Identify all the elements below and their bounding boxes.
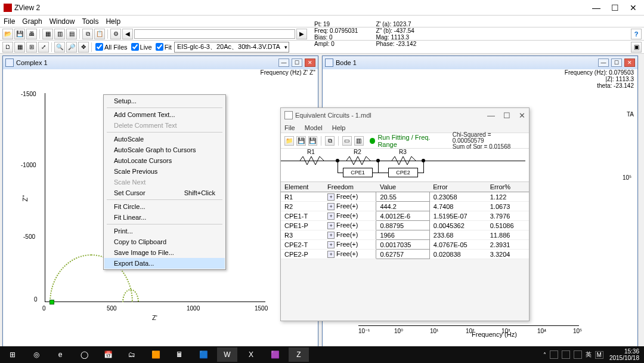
task-edge-icon[interactable]: ◯ — [74, 347, 94, 362]
tray-clock[interactable]: 15:36 2015/10/18 — [607, 348, 642, 361]
tray-chevron-icon[interactable]: ˄ — [543, 352, 546, 358]
tb-print-icon[interactable]: 🖶 — [26, 29, 37, 39]
expand-icon[interactable]: + — [327, 241, 335, 248]
eqcirc-close-button[interactable]: ✕ — [519, 111, 525, 120]
task-ie-icon[interactable]: e — [50, 347, 70, 362]
table-row[interactable]: R3+Free(+)1966233.6811.886 — [281, 230, 529, 240]
eqcirc-max-button[interactable]: ☐ — [503, 111, 510, 120]
bode-max-button[interactable]: ☐ — [611, 59, 622, 67]
task-app2-icon[interactable]: 🟦 — [193, 347, 213, 362]
ctx-add-comment-text[interactable]: Add Comment Text... — [104, 109, 225, 120]
ctx-set-cursor[interactable]: Set CursorShift+Click — [104, 187, 225, 198]
ctx-delete-comment-text[interactable]: Delete Comment Text — [104, 120, 225, 131]
results-table[interactable]: Element Freedom Value Error Error% R1+Fr… — [281, 182, 529, 259]
eqcirc-menu-help[interactable]: Help — [332, 124, 346, 131]
tb-eqcircuit-icon[interactable]: ▣ — [631, 42, 642, 53]
complex-close-button[interactable]: ✕ — [305, 59, 315, 67]
eqcirc-menu-model[interactable]: Model — [305, 124, 323, 131]
minimize-button[interactable]: — — [592, 3, 600, 13]
task-explorer-icon[interactable]: 🗂 — [122, 347, 142, 362]
tb-copy-icon[interactable]: ⧉ — [82, 29, 93, 39]
ctx-export-data[interactable]: Export Data... — [104, 258, 225, 269]
start-marker[interactable] — [49, 300, 54, 304]
tb-grid1-icon[interactable]: ▦ — [42, 29, 53, 39]
tb-save-icon[interactable]: 💾 — [14, 29, 25, 39]
eqcirc-copy-icon[interactable]: ⧉ — [325, 136, 335, 146]
tray-icon-2[interactable] — [562, 350, 570, 359]
task-excel-icon[interactable]: X — [241, 347, 261, 362]
ctx-print[interactable]: Print... — [104, 226, 225, 236]
help-icon[interactable]: ? — [631, 29, 642, 39]
tb-table-icon[interactable]: ▦ — [14, 42, 25, 53]
table-row[interactable]: R2+Free(+)444.24.74081.0673 — [281, 202, 529, 211]
menu-window[interactable]: Window — [49, 17, 75, 26]
eqcirc-inspect-icon[interactable]: ▥ — [354, 136, 364, 146]
tb-next-icon[interactable]: ▶ — [296, 29, 307, 39]
table-row[interactable]: CPE2-T+Free(+)0.00170354.0767E-052.3931 — [281, 240, 529, 250]
tb-prev-icon[interactable]: ◀ — [122, 29, 133, 39]
complex-plot[interactable]: Frequency (Hz) Z' Z'' Z'' Z' -1500 -1000… — [3, 69, 318, 347]
circuit-diagram[interactable]: R1 R2 R3 CPE1 CPE2 — [281, 149, 529, 182]
tb-open-icon[interactable]: 📂 — [2, 29, 13, 39]
ctx-scale-next[interactable]: Scale Next — [104, 177, 225, 187]
checkbox-fit[interactable]: Fit — [156, 43, 172, 51]
maximize-button[interactable]: ☐ — [611, 3, 619, 13]
ctx-autoscale-graph-to-cursors[interactable]: AutoScale Graph to Cursors — [104, 144, 225, 155]
table-row[interactable]: CPE1-T+Free(+)4.0012E-61.5195E-073.7976 — [281, 211, 529, 221]
start-button[interactable]: ⊞ — [2, 347, 23, 362]
complex-titlebar[interactable]: Complex 1 — ☐ ✕ — [3, 56, 318, 69]
ctx-fit-linear[interactable]: Fit Linear... — [104, 212, 225, 223]
table-row[interactable]: CPE2-P+Free(+)0.627570.0208383.3204 — [281, 250, 529, 259]
menu-help[interactable]: Help — [106, 17, 120, 26]
complex-min-button[interactable]: — — [278, 59, 289, 67]
bode-titlebar[interactable]: Bode 1 — ☐ ✕ — [323, 56, 637, 69]
menu-graph[interactable]: Graph — [22, 17, 42, 26]
eqcirc-saveas-icon[interactable] — [308, 136, 318, 146]
checkbox-live[interactable]: Live — [131, 43, 152, 51]
bode-min-button[interactable]: — — [598, 59, 609, 67]
eqcirc-editor-icon[interactable]: ▭ — [342, 136, 352, 146]
expand-icon[interactable]: + — [327, 193, 335, 201]
task-search-icon[interactable]: ◎ — [26, 347, 47, 362]
task-word-icon[interactable]: W — [217, 347, 237, 362]
expand-icon[interactable]: + — [327, 222, 335, 229]
ctx-save-image-to-file[interactable]: Save Image to File... — [104, 247, 225, 258]
tb-autoscale-icon[interactable]: ⤢ — [38, 42, 49, 53]
close-button[interactable]: ✕ — [630, 3, 637, 13]
complex-max-button[interactable]: ☐ — [292, 59, 302, 67]
bode-close-button[interactable]: ✕ — [624, 59, 635, 67]
eqcirc-open-icon[interactable] — [284, 136, 294, 146]
tb-pan-icon[interactable]: ✥ — [78, 42, 89, 53]
checkbox-all-files[interactable]: All Files — [95, 43, 128, 51]
file-dropdown[interactable]: EIS-glc-6-3、20Ac、30th-4.3V.DTA — [174, 42, 289, 53]
menu-tools[interactable]: Tools — [82, 17, 98, 26]
ctx-copy-to-clipboard[interactable]: Copy to Clipboard — [104, 236, 225, 247]
tb-new-icon[interactable]: 🗋 — [2, 42, 13, 53]
expand-icon[interactable]: + — [327, 213, 335, 220]
task-calendar-icon[interactable]: 📅 — [98, 347, 118, 362]
run-fitting-button[interactable]: Run Fitting / Freq. Range — [370, 134, 450, 148]
tray-ime[interactable]: 英 — [586, 350, 592, 359]
menu-file[interactable]: File — [4, 17, 15, 26]
eqcirc-min-button[interactable]: — — [487, 111, 495, 120]
tray-icon-3[interactable] — [574, 350, 582, 359]
eqcirc-menu-file[interactable]: File — [284, 124, 295, 131]
tb-zoomout-icon[interactable]: 🔎 — [66, 42, 77, 53]
tb-axes-icon[interactable]: ⊞ — [26, 42, 37, 53]
eqcirc-titlebar[interactable]: Equivalent Circuits - 1.mdl — ☐ ✕ — [281, 108, 529, 122]
eqcirc-save-icon[interactable] — [296, 136, 306, 146]
table-row[interactable]: CPE1-P+Free(+)0.887950.00453620.51086 — [281, 221, 529, 230]
tb-grid2-icon[interactable]: ▥ — [54, 29, 65, 39]
ctx-fit-circle[interactable]: Fit Circle... — [104, 201, 225, 212]
task-app1-icon[interactable]: 🟧 — [145, 347, 166, 362]
ctx-autoscale[interactable]: AutoScale — [104, 134, 225, 144]
tb-paste-icon[interactable]: 📋 — [94, 29, 105, 39]
tray-ime-m[interactable]: M — [595, 351, 603, 359]
tb-zoomin-icon[interactable]: 🔍 — [54, 42, 65, 53]
tray-icon-1[interactable] — [550, 350, 558, 359]
expand-icon[interactable]: + — [327, 203, 335, 210]
task-calc-icon[interactable]: 🖩 — [169, 347, 190, 362]
ctx-scale-previous[interactable]: Scale Previous — [104, 166, 225, 177]
tb-config-icon[interactable]: ⚙ — [110, 29, 121, 39]
expand-icon[interactable]: + — [327, 232, 335, 239]
